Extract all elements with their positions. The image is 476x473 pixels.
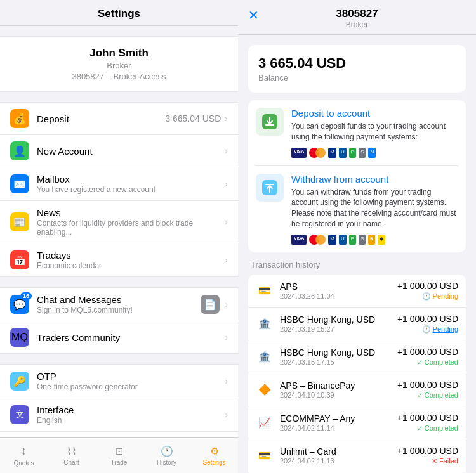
tx-amount-5: +1 000.00 USD [397,446,458,456]
otp-icon: 🔑 [10,372,29,391]
tx-status-4: ✓ Completed [397,424,458,432]
tx-item-5[interactable]: 💳 Unlimit – Card 2024.04.02 11:13 +1 000… [248,439,466,472]
tx-item-0[interactable]: 💳 APS 2024.03.26 11:04 +1 000.00 USD 🕐 P… [248,275,466,308]
otp-subtitle: One-time password generator [37,382,225,391]
profile-role: Broker [10,61,228,70]
tx-name-2: HSBC Hong Kong, USD [280,347,397,358]
menu-item-chat[interactable]: 💬 16 Chat and Messages Sign in to MQL5.c… [0,288,238,321]
tradays-subtitle: Economic calendar [37,261,225,270]
menu-item-new-account[interactable]: 👤 New Account › [0,135,238,167]
otp-text: OTP One-time password generator [37,371,225,391]
tx-icon-3: 🔶 [256,380,274,398]
close-button[interactable]: ✕ [248,8,259,23]
nav-chart-label: Chart [63,459,79,466]
tx-info-0: APS 2024.03.26 11:04 [280,282,397,300]
balance-label: Balance [258,73,456,82]
new-account-title: New Account [37,146,225,157]
skrill-w-icon: S [359,235,366,245]
menu-item-interface[interactable]: 文 Interface English › [0,398,238,432]
mailbox-text: Mailbox You have registered a new accoun… [37,174,225,194]
tx-right-4: +1 000.00 USD ✓ Completed [397,413,458,432]
paypal-w-icon: P [349,235,356,245]
nav-chart[interactable]: ⌇⌇ Chart [48,438,95,473]
tx-status-5: ✕ Failed [397,457,458,465]
chat-subtitle: Sign in to MQL5.community! [37,306,201,314]
menu-item-news[interactable]: 📰 News Contacts for liquidity providers … [0,201,238,243]
deposit-icon: 💰 [10,109,29,128]
visa-w-icon: VISA [291,235,307,245]
tx-right-2: +1 000.00 USD ✓ Completed [397,347,458,366]
tx-right-3: +1 000.00 USD ✓ Completed [397,380,458,399]
skrill-icon: S [359,148,366,158]
nav-trade[interactable]: ⊡ Trade [95,438,143,473]
tx-amount-1: +1 000.00 USD [397,314,458,324]
tx-item-1[interactable]: 🏦 HSBC Hong Kong, USD 2024.03.19 15:27 +… [248,308,466,340]
tx-date-3: 2024.04.10 10:39 [280,391,397,399]
menu-item-otp[interactable]: 🔑 OTP One-time password generator › [0,365,238,398]
news-text: News Contacts for liquidity providers an… [37,207,225,236]
trade-icon: ⊡ [115,445,123,457]
new-account-icon: 👤 [10,141,29,160]
menu-group-3: 🔑 OTP One-time password generator › 文 In… [0,364,238,437]
bitcoin-w-icon: ₦ [368,235,375,245]
tradays-text: Tradays Economic calendar [37,250,225,270]
tx-info-3: APS – BinancePay 2024.04.10 10:39 [280,380,397,399]
chat-title: Chat and Messages [37,294,201,305]
deposit-action-desc: You can deposit funds to your trading ac… [291,121,458,143]
menu-item-mailbox[interactable]: ✉️ Mailbox You have registered a new acc… [0,167,238,201]
nav-quotes-label: Quotes [13,460,34,467]
chart-icon: ⌇⌇ [67,445,77,457]
menu-item-deposit[interactable]: 💰 Deposit 3 665.04 USD › [0,103,238,135]
menu-group-2: 💬 16 Chat and Messages Sign in to MQL5.c… [0,287,238,354]
news-chevron: › [225,217,228,227]
tradays-icon: 📅 [10,250,29,269]
maestro-icon: M [328,148,336,158]
mailbox-subtitle: You have registered a new account [37,185,225,194]
tx-name-1: HSBC Hong Kong, USD [280,314,397,325]
deposit-action-info: Deposit to account You can deposit funds… [291,108,458,158]
tradays-chevron: › [225,255,228,265]
bottom-nav: ↕ Quotes ⌇⌇ Chart ⊡ Trade 🕐 History ⚙ Se… [0,437,238,473]
tx-amount-2: +1 000.00 USD [397,347,458,357]
transaction-section-title: Transaction history [248,260,466,269]
deposit-chevron: › [225,113,228,124]
tx-status-0: 🕐 Pending [397,292,458,301]
interface-text: Interface English [37,405,225,425]
nav-quotes[interactable]: ↕ Quotes [0,438,48,473]
interface-icon: 文 [10,405,29,424]
interface-title: Interface [37,405,225,415]
tx-date-0: 2024.03.26 11:04 [280,292,397,300]
news-title: News [37,207,225,218]
withdraw-action-row: Withdraw from account You can withdraw f… [256,174,458,245]
menu-item-charts[interactable]: 📊 Charts › [0,432,238,437]
tx-item-4[interactable]: 📈 ECOMMPAY – Any 2024.04.02 11:14 +1 000… [248,406,466,439]
nav-trade-label: Trade [111,459,128,466]
tx-icon-5: 💳 [256,446,274,464]
new-account-text: New Account [37,146,225,157]
nav-settings[interactable]: ⚙ Settings [190,438,238,473]
deposit-title: Deposit [37,113,165,124]
balance-amount: 3 665.04 USD [258,55,456,72]
traders-text: Traders Community [37,332,225,343]
withdraw-action-title: Withdraw from account [291,174,458,185]
right-content: 3 665.04 USD Balance Deposit to account … [238,35,476,473]
deposit-text: Deposit [37,113,165,124]
mastercard-icon [309,148,326,158]
tx-item-2[interactable]: 🏦 HSBC Hong Kong, USD 2024.03.15 17:15 +… [248,340,466,373]
tx-name-0: APS [280,282,397,292]
traders-chevron: › [225,332,228,342]
menu-item-traders[interactable]: MQ Traders Community › [0,321,238,353]
news-icon: 📰 [10,212,29,231]
nav-history[interactable]: 🕐 History [143,438,190,473]
tx-right-0: +1 000.00 USD 🕐 Pending [397,281,458,301]
tx-item-3[interactable]: 🔶 APS – BinancePay 2024.04.10 10:39 +1 0… [248,373,466,406]
tx-icon-0: 💳 [256,282,274,299]
tx-info-5: Unlimit – Card 2024.04.02 11:13 [280,446,397,465]
tx-amount-0: +1 000.00 USD [397,281,458,291]
tx-info-4: ECOMMPAY – Any 2024.04.02 11:14 [280,413,397,432]
tx-status-1: 🕐 Pending [397,325,458,334]
account-subtitle: Broker [248,20,466,29]
menu-item-tradays[interactable]: 📅 Tradays Economic calendar › [0,243,238,276]
tx-right-5: +1 000.00 USD ✕ Failed [397,446,458,465]
tx-status-3: ✓ Completed [397,391,458,399]
